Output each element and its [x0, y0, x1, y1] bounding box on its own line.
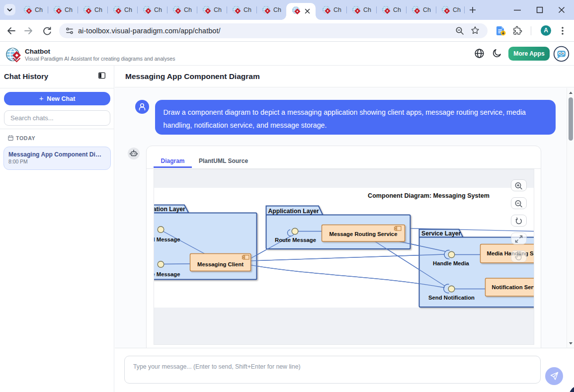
svg-text:Notification Service: Notification Service — [492, 284, 534, 290]
svg-text:Receive Message: Receive Message — [154, 271, 180, 277]
svg-text:Component Diagram: Messaging S: Component Diagram: Messaging System — [368, 192, 490, 199]
svg-text:Presentation Layer: Presentation Layer — [154, 205, 185, 212]
svg-text:Messaging Client: Messaging Client — [197, 261, 244, 267]
svg-text:Send Message: Send Message — [154, 236, 180, 242]
svg-text:Route Message: Route Message — [275, 237, 316, 243]
svg-text:Service Layer: Service Layer — [421, 230, 461, 236]
svg-text:Application Layer: Application Layer — [268, 207, 319, 214]
svg-text:Message Routing Service: Message Routing Service — [329, 231, 397, 236]
svg-text:Handle Media: Handle Media — [433, 260, 470, 266]
svg-text:Send Notification: Send Notification — [428, 295, 475, 301]
